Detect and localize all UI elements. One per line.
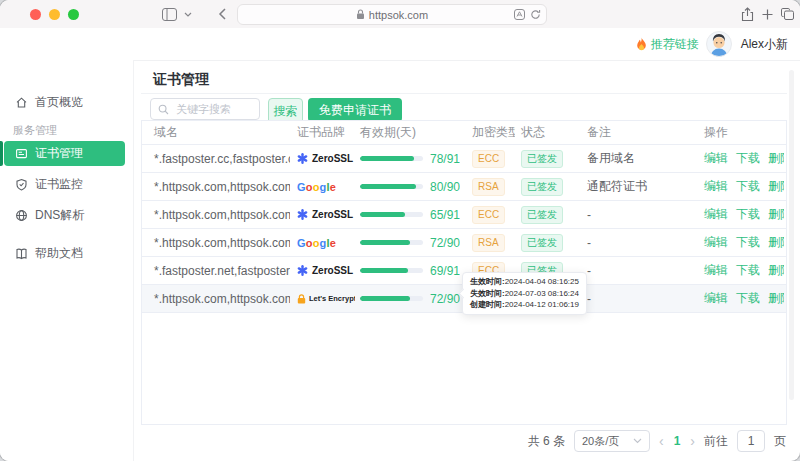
edit-link[interactable]: 编辑 — [704, 234, 728, 251]
sidebar-item-home[interactable]: 首页概览 — [15, 90, 83, 114]
validity-progress — [360, 156, 423, 161]
current-page[interactable]: 1 — [674, 434, 681, 448]
cell-validity: 65/91 — [355, 208, 460, 222]
close-window-button[interactable] — [30, 9, 41, 20]
cell-domain: *.httpsok.com,httpsok.com — [142, 180, 290, 194]
next-page-button[interactable]: › — [690, 434, 695, 448]
cell-remark: - — [579, 208, 698, 222]
table-header: 域名 证书品牌 有效期(天) 加密类型 状态 备注 操作 — [142, 121, 786, 145]
cell-domain: *.fastposter.net,fastposter.net — [142, 264, 290, 278]
cell-domain: *.httpsok.com,httpsok.com — [142, 236, 290, 250]
download-link[interactable]: 下载 — [736, 178, 760, 195]
cell-remark: - — [579, 292, 698, 306]
cell-brand: ZeroSSL — [290, 209, 355, 220]
search-input[interactable] — [174, 102, 258, 116]
cell-remark: - — [579, 264, 698, 278]
new-tab-icon[interactable] — [762, 0, 773, 28]
title-divider — [141, 93, 787, 94]
back-icon[interactable] — [218, 0, 226, 28]
promo-link[interactable]: 推荐链接 — [636, 36, 699, 53]
zerossl-icon — [297, 209, 308, 220]
tab-overview-icon[interactable] — [781, 0, 794, 28]
certificate-icon — [15, 147, 28, 160]
delete-link[interactable]: 删除 — [768, 150, 784, 167]
avatar[interactable] — [706, 31, 732, 57]
prev-page-button[interactable]: ‹ — [659, 434, 664, 448]
zerossl-icon — [297, 153, 308, 164]
window-controls — [30, 9, 79, 20]
sidebar-item-cert-monitor[interactable]: 证书监控 — [15, 172, 83, 196]
shield-icon — [15, 178, 28, 191]
download-link[interactable]: 下载 — [736, 150, 760, 167]
col-header-validity: 有效期(天) — [355, 124, 460, 141]
status-badge: 已签发 — [521, 178, 563, 196]
col-header-status: 状态 — [515, 124, 579, 141]
search-icon — [158, 104, 169, 115]
cell-validity: 78/91 — [355, 152, 460, 166]
cell-domain: *.httpsok.com,httpsok.com — [142, 208, 290, 222]
table-row[interactable]: *.httpsok.com,httpsok.com Google 80/90 R… — [142, 173, 786, 201]
table-row[interactable]: *.httpsok.com,httpsok.com ZeroSSL 65/91 … — [142, 201, 786, 229]
chevron-down-icon[interactable] — [184, 0, 192, 28]
goto-page-input[interactable] — [737, 430, 765, 452]
sidebar-section-label: 服务管理 — [13, 122, 57, 138]
delete-link[interactable]: 删除 — [768, 262, 784, 279]
col-header-encryption: 加密类型 — [460, 124, 515, 141]
table-row[interactable]: *.fastposter.cc,fastposter.cc ZeroSSL 78… — [142, 145, 786, 173]
page-title: 证书管理 — [153, 69, 209, 89]
chevron-down-icon — [633, 438, 642, 444]
delete-link[interactable]: 删除 — [768, 234, 784, 251]
edit-link[interactable]: 编辑 — [704, 150, 728, 167]
validity-progress — [360, 212, 423, 217]
sidebar: 首页概览 服务管理 证书管理 证书监控 DNS解析 帮助文档 — [0, 28, 133, 461]
cell-remark: 备用域名 — [579, 150, 698, 167]
edit-link[interactable]: 编辑 — [704, 262, 728, 279]
download-link[interactable]: 下载 — [736, 206, 760, 223]
cell-brand: Google — [290, 237, 355, 249]
page-unit-label: 页 — [774, 433, 786, 450]
cell-remark: 通配符证书 — [579, 178, 698, 195]
col-header-remark: 备注 — [579, 124, 698, 141]
validity-tooltip: 生效时间:2024-04-04 08:16:25 失效时间:2024-07-03… — [462, 272, 587, 315]
encryption-badge: RSA — [472, 178, 505, 196]
google-logo: Google — [297, 181, 336, 193]
letsencrypt-icon — [297, 294, 306, 304]
cell-domain: *.fastposter.cc,fastposter.cc — [142, 152, 290, 166]
globe-icon — [15, 209, 28, 222]
sidebar-item-dns[interactable]: DNS解析 — [15, 203, 84, 227]
validity-progress — [360, 268, 423, 273]
download-link[interactable]: 下载 — [736, 262, 760, 279]
delete-link[interactable]: 删除 — [768, 206, 784, 223]
cell-validity: 72/90 — [355, 292, 460, 306]
download-link[interactable]: 下载 — [736, 234, 760, 251]
cell-brand: Let's Encrypt — [290, 294, 355, 304]
scrollbar-track[interactable] — [789, 70, 794, 400]
lock-icon — [356, 9, 365, 20]
zoom-window-button[interactable] — [68, 9, 79, 20]
col-header-brand: 证书品牌 — [290, 124, 355, 141]
validity-progress — [360, 296, 423, 301]
active-indicator — [0, 141, 3, 166]
goto-label: 前往 — [704, 433, 728, 450]
translate-icon[interactable] — [514, 9, 525, 20]
edit-link[interactable]: 编辑 — [704, 206, 728, 223]
page-size-select[interactable]: 20条/页 — [574, 430, 650, 452]
delete-link[interactable]: 删除 — [768, 290, 784, 307]
cell-validity: 69/91 — [355, 264, 460, 278]
delete-link[interactable]: 删除 — [768, 178, 784, 195]
sidebar-toggle-icon[interactable] — [162, 0, 177, 28]
address-bar[interactable]: httpsok.com — [237, 4, 547, 25]
sidebar-item-docs[interactable]: 帮助文档 — [15, 241, 83, 265]
username[interactable]: Alex小新 — [741, 36, 788, 53]
minimize-window-button[interactable] — [49, 9, 60, 20]
search-box — [150, 98, 260, 120]
total-count: 共 6 条 — [528, 433, 565, 450]
download-link[interactable]: 下载 — [736, 290, 760, 307]
apply-cert-button[interactable]: 免费申请证书 — [308, 98, 402, 122]
refresh-icon[interactable] — [530, 9, 541, 20]
edit-link[interactable]: 编辑 — [704, 290, 728, 307]
sidebar-item-cert-manage[interactable]: 证书管理 — [4, 141, 125, 166]
share-icon[interactable] — [741, 0, 754, 28]
table-row[interactable]: *.httpsok.com,httpsok.com Google 72/90 R… — [142, 229, 786, 257]
edit-link[interactable]: 编辑 — [704, 178, 728, 195]
